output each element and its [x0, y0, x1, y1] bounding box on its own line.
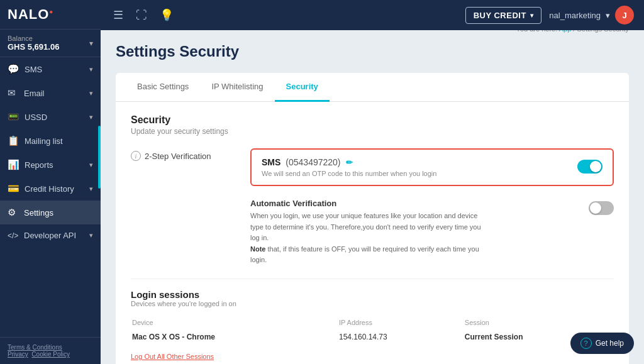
toggle-knob [590, 161, 601, 172]
sms-toggle[interactable] [577, 160, 602, 174]
sidebar-item-settings[interactable]: ⚙ Settings [0, 201, 101, 224]
sessions-subtitle: Devices where you're logged in on [131, 300, 614, 307]
session-column-header: Session [465, 316, 613, 329]
login-sessions-section: Login sessions Devices where you're logg… [131, 279, 614, 361]
breadcrumb-app-link[interactable]: App [559, 30, 572, 33]
auto-verify-title: Automatic Verification [250, 199, 589, 208]
sidebar-item-sms[interactable]: 💬 SMS ▾ [0, 57, 101, 81]
device-cell: Mac OS X OS - Chrome [132, 330, 338, 344]
sidebar-item-label: Mailing list [25, 136, 63, 146]
settings-icon: ⚙ [8, 207, 19, 218]
breadcrumb: You are here: App / Settings Security [516, 30, 629, 33]
auto-verify-toggle[interactable] [589, 201, 614, 215]
sidebar-item-reports[interactable]: 📊 Reports ▾ [0, 153, 101, 177]
chevron-down-icon: ▾ [606, 11, 610, 20]
sms-box: SMS (0543497220) ✏ We will send an OTP c… [250, 148, 614, 186]
tabs-container: Basic Settings IP Whitelisting Security [116, 73, 629, 102]
tab-basic-settings[interactable]: Basic Settings [126, 73, 200, 102]
reports-icon: 📊 [8, 159, 19, 170]
balance-label: Balance [8, 35, 59, 42]
menu-icon[interactable]: ☰ [111, 6, 126, 25]
ip-cell: 154.160.14.73 [339, 330, 464, 344]
section-title: Security [131, 114, 614, 126]
user-menu[interactable]: nal_marketing ▾ J [549, 6, 634, 25]
chevron-down-icon: ▾ [89, 65, 93, 74]
sms-phone: (0543497220) [286, 157, 340, 167]
sidebar-item-label: Reports [25, 160, 53, 170]
tab-security[interactable]: Security [275, 73, 330, 102]
sessions-table: Device IP Address Session Mac OS X OS - … [131, 315, 614, 345]
sidebar-item-email[interactable]: ✉ Email ▾ [0, 81, 101, 105]
topbar: ☰ ⛶ 💡 BUY CREDIT ▾ nal_marketing ▾ J [101, 0, 644, 30]
sidebar: NALO● Balance GHS 5,691.06 ▾ 💬 SMS ▾ ✉ E… [0, 0, 101, 364]
content-card: Security Update your security settings i… [116, 102, 629, 364]
sidebar-item-ussd[interactable]: 📟 USSD ▾ [0, 105, 101, 129]
sidebar-item-label: Email [24, 89, 45, 98]
expand-icon[interactable]: ⛶ [133, 6, 150, 25]
buy-credit-button[interactable]: BUY CREDIT ▾ [465, 7, 542, 24]
sidebar-item-label: Credit History [25, 184, 74, 194]
balance-amount: GHS 5,691.06 [8, 42, 59, 52]
sidebar-footer: Terms & Conditions Privacy Cookie Policy [0, 337, 101, 364]
logo: NALO● [8, 6, 53, 23]
chevron-down-icon: ▾ [89, 185, 93, 193]
help-button[interactable]: ? Get help [570, 333, 634, 354]
note-label: Note [250, 245, 265, 253]
help-label: Get help [596, 339, 624, 348]
verification-label: i 2-Step Verification [131, 148, 238, 161]
sms-icon: 💬 [8, 63, 19, 75]
section-subtitle: Update your security settings [131, 127, 614, 136]
sidebar-item-label: Settings [24, 208, 53, 218]
two-step-verification-row: i 2-Step Verification SMS (0543497220) ✏… [131, 148, 614, 186]
info-icon: i [131, 151, 141, 161]
page-title: Settings Security [116, 43, 239, 60]
developer-api-icon: </> [8, 231, 19, 240]
main-content: Settings Security You are here: App / Se… [101, 30, 644, 364]
auto-verify-desc: When you login, we use your unique featu… [250, 211, 589, 266]
lightbulb-icon[interactable]: 💡 [157, 6, 176, 25]
auto-verify-row: Automatic Verification When you login, w… [131, 199, 614, 266]
chevron-down-icon: ▾ [89, 113, 93, 121]
tab-ip-whitelisting[interactable]: IP Whitelisting [200, 73, 274, 102]
chevron-down-icon: ▾ [89, 161, 93, 169]
edit-icon[interactable]: ✏ [346, 158, 353, 167]
privacy-link[interactable]: Privacy [8, 351, 28, 358]
sidebar-item-credit-history[interactable]: 💳 Credit History ▾ [0, 177, 101, 201]
terms-link[interactable]: Terms & Conditions [8, 344, 62, 351]
device-column-header: Device [132, 316, 338, 329]
ip-column-header: IP Address [339, 316, 464, 329]
ussd-icon: 📟 [8, 111, 19, 123]
table-row: Mac OS X OS - Chrome 154.160.14.73 Curre… [132, 330, 613, 344]
sidebar-item-developer-api[interactable]: </> Developer API ▾ [0, 224, 101, 246]
auto-verify-content: Automatic Verification When you login, w… [250, 199, 589, 266]
toggle-knob [590, 202, 601, 214]
email-icon: ✉ [8, 87, 19, 99]
balance-section[interactable]: Balance GHS 5,691.06 ▾ [0, 30, 101, 57]
help-icon: ? [580, 338, 592, 349]
sms-title: SMS (0543497220) ✏ [262, 157, 436, 167]
logo-area: NALO● [0, 0, 101, 30]
sessions-title: Login sessions [131, 289, 614, 300]
caret-icon: ▾ [530, 12, 534, 19]
nav-section: 💬 SMS ▾ ✉ Email ▾ 📟 USSD ▾ 📋 Mailing lis… [0, 57, 101, 337]
sidebar-item-label: Developer API [24, 231, 76, 240]
logout-all-link[interactable]: Log Out All Other Sessions [131, 353, 214, 360]
mailing-list-icon: 📋 [8, 135, 19, 146]
sms-info: SMS (0543497220) ✏ We will send an OTP c… [262, 157, 436, 177]
credit-history-icon: 💳 [8, 183, 19, 194]
username: nal_marketing [549, 11, 601, 20]
balance-chevron-icon[interactable]: ▾ [89, 39, 93, 48]
avatar: J [615, 6, 634, 25]
sidebar-item-label: SMS [25, 65, 42, 74]
sidebar-item-label: USSD [25, 113, 47, 122]
sidebar-item-mailing-list[interactable]: 📋 Mailing list [0, 129, 101, 153]
chevron-down-icon: ▾ [89, 231, 93, 240]
cookie-link[interactable]: Cookie Policy [31, 351, 70, 358]
sms-desc: We will send an OTP code to this number … [262, 170, 436, 177]
buy-credit-label: BUY CREDIT [474, 11, 526, 20]
chevron-down-icon: ▾ [89, 89, 93, 97]
